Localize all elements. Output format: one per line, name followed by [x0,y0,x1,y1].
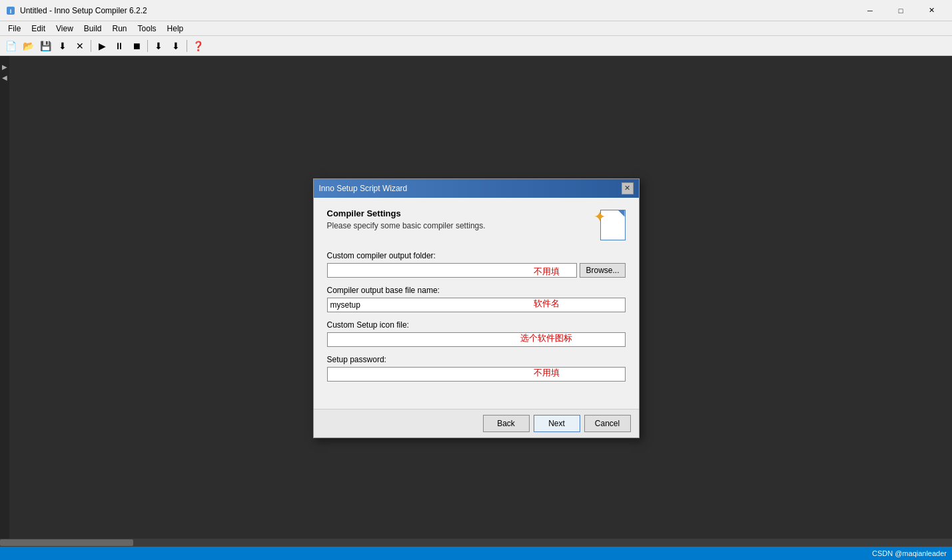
cancel-button[interactable]: Cancel [584,415,631,432]
dialog-header: Compiler Settings Please specify some ba… [327,208,626,240]
icon-file-group: Custom Setup icon file: 选个软件图标 [327,320,626,347]
svg-text:I: I [10,8,12,15]
app-icon: I [5,5,16,16]
main-area: ▶ ◀ Inno Setup Script Wizard ✕ Compiler … [0,56,952,560]
toolbar: 📄 📂 💾 ⬇ ✕ ▶ ⏸ ⏹ ⬇ ⬇ ❓ [0,36,952,56]
dialog-title: Inno Setup Script Wizard [319,184,408,193]
dialog-close-button[interactable]: ✕ [622,182,634,194]
output-folder-group: Custom compiler output folder: Browse...… [327,251,626,278]
compile2-button[interactable]: ⬇ [168,38,184,54]
back-button[interactable]: Back [483,415,530,432]
icon-file-input[interactable] [327,332,626,347]
maximize-button[interactable]: □ [885,0,916,21]
output-filename-group: Compiler output base file name: 软件名 [327,286,626,312]
dialog-content: Compiler Settings Please specify some ba… [314,198,639,409]
window-title: Untitled - Inno Setup Compiler 6.2.2 [20,6,855,15]
title-bar: I Untitled - Inno Setup Compiler 6.2.2 ─… [0,0,952,21]
run-button[interactable]: ▶ [94,38,110,54]
minimize-button[interactable]: ─ [855,0,885,21]
menu-tools[interactable]: Tools [133,23,162,35]
separator-1 [91,40,91,52]
output-folder-row: Browse... 不用填 [327,263,626,278]
new-button[interactable]: 📄 [3,38,19,54]
output-filename-row [327,298,626,312]
menu-build[interactable]: Build [79,23,107,35]
save-as-button[interactable]: ⬇ [55,38,71,54]
password-input[interactable] [327,367,626,382]
menu-file[interactable]: File [3,23,26,35]
status-bar: CSDN @maqianleader [0,547,952,560]
stop-button[interactable]: ⏹ [129,38,145,54]
save-button[interactable]: 💾 [37,38,53,54]
status-text: CSDN @maqianleader [872,549,947,557]
menu-run[interactable]: Run [107,23,133,35]
password-group: Setup password: 不用填 [327,355,626,382]
dialog-header-text: Compiler Settings Please specify some ba… [327,208,486,230]
password-label: Setup password: [327,355,626,364]
open-button[interactable]: 📂 [20,38,36,54]
output-filename-label: Compiler output base file name: [327,286,626,295]
menu-bar: File Edit View Build Run Tools Help [0,21,952,36]
icon-file-label: Custom Setup icon file: [327,320,626,330]
separator-3 [187,40,187,52]
close-file-button[interactable]: ✕ [72,38,88,54]
separator-2 [147,40,148,52]
dialog-heading: Compiler Settings [327,208,486,218]
dialog-footer: Back Next Cancel [314,409,639,437]
menu-edit[interactable]: Edit [26,23,51,35]
horizontal-scrollbar[interactable] [0,539,952,547]
next-button[interactable]: Next [534,415,580,432]
help-button[interactable]: ❓ [190,38,206,54]
compile-button[interactable]: ⬇ [151,38,167,54]
dialog-subheading: Please specify some basic compiler setti… [327,221,486,230]
output-folder-browse-button[interactable]: Browse... [580,263,625,278]
menu-help[interactable]: Help [162,23,189,35]
close-button[interactable]: ✕ [916,0,947,21]
output-filename-input[interactable] [327,298,626,312]
dialog-title-bar: Inno Setup Script Wizard ✕ [314,179,639,198]
icon-file-row [327,332,626,347]
star-icon: ✦ [594,208,606,226]
scrollbar-thumb[interactable] [0,539,133,546]
wizard-icon: ✦ [594,208,626,240]
dialog-overlay: Inno Setup Script Wizard ✕ Compiler Sett… [0,56,952,560]
output-folder-input[interactable] [327,263,578,278]
pause-button[interactable]: ⏸ [111,38,127,54]
password-row [327,367,626,382]
wizard-dialog: Inno Setup Script Wizard ✕ Compiler Sett… [313,178,640,438]
window-controls: ─ □ ✕ [855,0,947,21]
menu-view[interactable]: View [51,23,79,35]
output-folder-label: Custom compiler output folder: [327,251,626,260]
